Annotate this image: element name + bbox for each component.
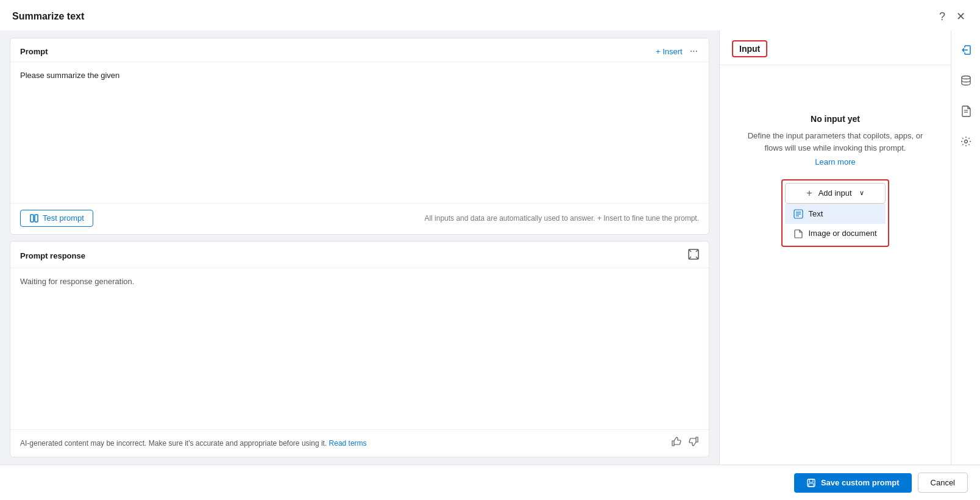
no-input-title: No input yet — [811, 114, 860, 124]
add-input-label: Add input — [818, 188, 852, 198]
image-doc-label: Image or document — [808, 229, 876, 238]
svg-rect-13 — [809, 484, 814, 487]
settings-icon — [960, 135, 972, 148]
close-button[interactable]: ✕ — [954, 9, 968, 24]
svg-point-10 — [964, 140, 967, 143]
learn-more-link[interactable]: Learn more — [815, 156, 855, 168]
dropdown-item-text[interactable]: Text — [785, 204, 885, 224]
text-icon — [794, 209, 803, 219]
expand-button[interactable] — [688, 249, 699, 263]
right-sidebar — [951, 30, 980, 465]
dropdown-item-image-doc[interactable]: Image or document — [785, 224, 885, 243]
bottom-bar: Save custom prompt Cancel — [0, 465, 980, 500]
response-body: Waiting for response generation. — [10, 268, 709, 429]
no-input-desc: Define the input parameters that copilot… — [738, 130, 932, 154]
more-button[interactable]: ··· — [689, 46, 699, 57]
chevron-down-icon: ∨ — [859, 189, 864, 197]
response-card: Prompt response Waiting for response gen… — [10, 241, 709, 457]
svg-rect-0 — [30, 215, 34, 222]
thumbs-down-button[interactable] — [688, 436, 699, 449]
document-icon-button[interactable] — [956, 101, 976, 121]
svg-point-7 — [962, 76, 970, 79]
main-layout: Prompt + Insert ··· Please summarize the… — [0, 30, 980, 465]
title-bar: Summarize text ? ✕ — [0, 0, 980, 30]
svg-rect-12 — [809, 479, 813, 482]
add-input-dropdown-menu: Text Image or document — [785, 204, 885, 243]
help-button[interactable]: ? — [937, 9, 948, 24]
document-icon — [960, 105, 972, 117]
response-footer: AI-generated content may be incorrect. M… — [10, 429, 709, 457]
svg-rect-1 — [35, 215, 38, 222]
add-input-highlight-box: + Add input ∨ Text — [781, 179, 889, 247]
ai-disclaimer: AI-generated content may be incorrect. M… — [20, 439, 367, 448]
login-icon-button[interactable] — [956, 40, 976, 60]
cancel-button[interactable]: Cancel — [918, 473, 968, 493]
prompt-header-actions: + Insert ··· — [656, 46, 699, 57]
title-bar-actions: ? ✕ — [937, 9, 968, 24]
page-title: Summarize text — [12, 11, 84, 22]
prompt-text: Please summarize the given — [20, 70, 699, 82]
disclaimer-area: AI-generated content may be incorrect. M… — [20, 437, 367, 448]
footer-hint: All inputs and data are automatically us… — [424, 214, 699, 223]
database-icon — [960, 74, 972, 87]
settings-icon-button[interactable] — [956, 132, 976, 151]
doc-icon — [794, 229, 803, 238]
prompt-footer: Test prompt All inputs and data are auto… — [10, 203, 709, 234]
thumbs-down-icon — [688, 436, 699, 447]
insert-button[interactable]: + Insert — [656, 47, 683, 56]
add-input-button[interactable]: + Add input ∨ — [785, 183, 885, 204]
test-prompt-button[interactable]: Test prompt — [20, 210, 93, 227]
response-label: Prompt response — [20, 251, 85, 260]
expand-icon — [688, 249, 699, 260]
response-text: Waiting for response generation. — [20, 276, 699, 288]
response-card-header: Prompt response — [10, 241, 709, 268]
login-icon — [960, 44, 972, 56]
read-terms-link[interactable]: Read terms — [329, 439, 367, 448]
right-panel: Input No input yet Define the input para… — [719, 30, 951, 465]
database-icon-button[interactable] — [956, 71, 976, 90]
center-panel: Prompt + Insert ··· Please summarize the… — [0, 30, 719, 465]
no-input-section: No input yet Define the input parameters… — [720, 65, 951, 265]
prompt-label: Prompt — [20, 47, 48, 56]
right-panel-header: Input — [720, 30, 951, 65]
prompt-body: Please summarize the given — [10, 62, 709, 203]
save-icon — [806, 478, 816, 488]
input-tab[interactable]: Input — [732, 40, 767, 57]
thumbs-up-button[interactable] — [671, 436, 682, 449]
prompt-card: Prompt + Insert ··· Please summarize the… — [10, 38, 709, 235]
prompt-card-header: Prompt + Insert ··· — [10, 38, 709, 62]
save-custom-prompt-button[interactable]: Save custom prompt — [794, 473, 912, 493]
thumbs-up-icon — [671, 436, 682, 447]
feedback-area — [671, 436, 699, 449]
text-label: Text — [808, 209, 823, 218]
test-icon — [29, 213, 39, 223]
